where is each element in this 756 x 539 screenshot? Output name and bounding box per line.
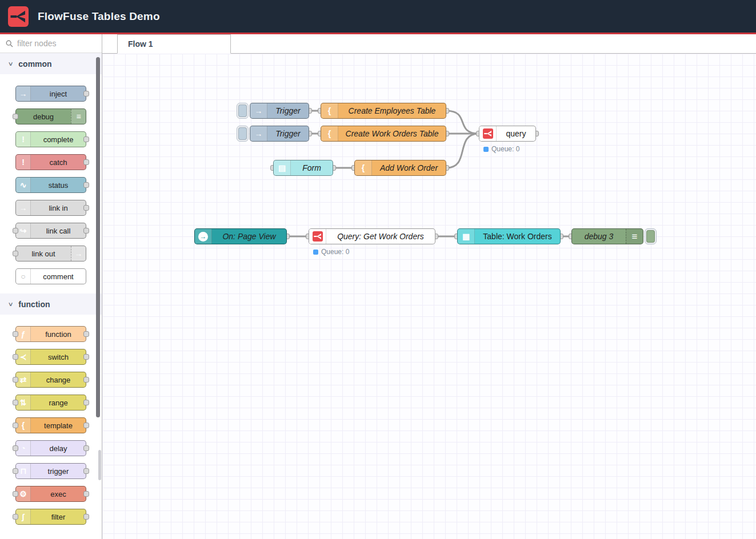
node-port[interactable]: [13, 400, 18, 405]
flow-node-on-page-view[interactable]: →On: Page View: [194, 228, 287, 244]
flow-node-table-work-orders[interactable]: ▦Table: Work Orders: [457, 228, 561, 244]
complete-icon: !: [16, 132, 31, 147]
palette-node-range[interactable]: ⇅range: [15, 395, 86, 411]
node-port[interactable]: [83, 91, 89, 96]
palette-node-template[interactable]: {template: [15, 417, 86, 433]
node-port[interactable]: [13, 331, 18, 337]
flow-node-query[interactable]: query: [479, 126, 536, 142]
palette-node-change[interactable]: ⇄change: [15, 372, 86, 388]
palette-node-comment[interactable]: ○comment: [15, 268, 86, 284]
palette-node-label: status: [31, 178, 86, 192]
node-port[interactable]: [83, 377, 89, 383]
palette-node-link-out[interactable]: link out→: [15, 246, 86, 262]
node-port[interactable]: [83, 182, 89, 188]
node-port[interactable]: [13, 377, 18, 383]
form-icon: ▤: [274, 160, 291, 175]
flow-node-form[interactable]: ▤Form: [273, 160, 333, 176]
node-port[interactable]: [13, 468, 18, 474]
node-port[interactable]: [13, 251, 18, 256]
palette-node-label: trigger: [31, 464, 86, 478]
node-debug-toggle-button[interactable]: [645, 228, 657, 244]
node-status: Queue: 0: [483, 145, 519, 153]
palette-scrollbar[interactable]: [96, 57, 100, 417]
palette-scrollbar-secondary[interactable]: [98, 450, 101, 480]
form-icon: ▤: [278, 164, 286, 172]
debug-icon: ≡: [632, 232, 638, 242]
node-port[interactable]: [13, 445, 18, 451]
palette-node-inject[interactable]: →inject: [15, 86, 86, 102]
flow-canvas[interactable]: →Trigger{Create Employees Table→Trigger{…: [102, 54, 756, 539]
node-inject-button[interactable]: [237, 126, 249, 142]
node-port[interactable]: [83, 468, 89, 474]
flow-node-tmpl-workorders[interactable]: {Create Work Orders Table: [321, 126, 446, 142]
node-port[interactable]: [83, 491, 89, 497]
node-port[interactable]: [83, 354, 89, 360]
palette-section-header-function[interactable]: ∨function: [0, 293, 102, 315]
status-icon: ∿: [20, 181, 27, 189]
node-port[interactable]: [13, 423, 18, 428]
inject-icon: →: [250, 103, 267, 118]
tab-label: Flow 1: [128, 39, 153, 49]
page-view-icon: →: [195, 229, 212, 244]
palette-node-function[interactable]: ƒfunction: [15, 326, 86, 342]
palette-search-input[interactable]: [17, 39, 86, 48]
node-port[interactable]: [83, 514, 89, 520]
node-port[interactable]: [83, 205, 89, 211]
main-area: ∨common→injectdebug≡!complete!catch∿stat…: [0, 34, 756, 539]
status-text: Queue: 0: [491, 145, 519, 153]
palette-node-status[interactable]: ∿status: [15, 177, 86, 193]
palette-section-header-common[interactable]: ∨common: [0, 53, 102, 74]
node-inject-button[interactable]: [237, 103, 249, 119]
node-port[interactable]: [83, 331, 89, 337]
palette-node-delay[interactable]: ◔delay: [15, 440, 86, 456]
node-port[interactable]: [83, 400, 89, 405]
link-in-icon: →: [19, 204, 27, 212]
flowfuse-icon: [309, 229, 326, 244]
node-red-editor: FlowFuse Tables Demo ∨common→injectdebug…: [0, 0, 756, 539]
flowfuse-logo-icon[interactable]: [8, 6, 29, 27]
node-port[interactable]: [83, 159, 89, 165]
node-port[interactable]: [13, 514, 18, 520]
palette-node-label: function: [31, 327, 86, 341]
node-port[interactable]: [13, 491, 18, 497]
node-port[interactable]: [83, 228, 89, 234]
flow-node-trigger2[interactable]: →Trigger: [250, 126, 309, 142]
palette-node-exec[interactable]: ⚙exec: [15, 486, 86, 502]
flow-node-tmpl-employees[interactable]: {Create Employees Table: [321, 103, 446, 119]
palette-node-complete[interactable]: !complete: [15, 131, 86, 147]
template-icon: {: [355, 160, 372, 175]
node-port[interactable]: [83, 445, 89, 451]
node-port[interactable]: [83, 423, 89, 428]
table-icon: ▦: [462, 232, 470, 240]
palette-node-catch[interactable]: !catch: [15, 154, 86, 170]
tab-flow-1[interactable]: Flow 1: [117, 34, 231, 54]
node-port[interactable]: [13, 354, 18, 360]
palette-node-switch[interactable]: ≺switch: [15, 349, 86, 365]
node-port[interactable]: [13, 114, 18, 119]
node-button-inner: [238, 104, 247, 117]
node-port[interactable]: [13, 228, 18, 234]
exec-icon: ⚙: [19, 490, 27, 498]
palette-node-filter[interactable]: ∫filter: [15, 509, 86, 525]
node-button-inner: [238, 127, 247, 140]
wire-add-work-order-to-query[interactable]: [446, 134, 479, 168]
flow-node-trigger1[interactable]: →Trigger: [250, 103, 309, 119]
node-label: Create Work Orders Table: [338, 126, 446, 141]
link-out-icon: →: [71, 246, 86, 261]
palette-node-label: catch: [31, 155, 86, 170]
app-title: FlowFuse Tables Demo: [38, 10, 160, 23]
node-port[interactable]: [83, 136, 89, 142]
palette-node-link-in[interactable]: →link in: [15, 200, 86, 216]
flow-node-query-get-work-orders[interactable]: Query: Get Work Orders: [309, 228, 435, 244]
palette-section-nodes: ƒfunction≺switch⇄change⇅range{template◔d…: [0, 315, 102, 534]
range-icon: ⇅: [20, 399, 27, 407]
wire-tmpl-employees-to-query[interactable]: [446, 111, 479, 134]
palette-node-debug[interactable]: debug≡: [15, 108, 86, 124]
flow-node-debug3[interactable]: debug 3≡: [571, 228, 643, 244]
palette-node-trigger[interactable]: ⊓trigger: [15, 463, 86, 479]
app-header: FlowFuse Tables Demo: [0, 0, 756, 34]
palette-node-link-call[interactable]: ↪link call: [15, 223, 86, 239]
flowfuse-icon: [479, 126, 497, 141]
status-dot: [483, 147, 489, 152]
flow-node-add-work-order[interactable]: {Add Work Order: [354, 160, 446, 176]
